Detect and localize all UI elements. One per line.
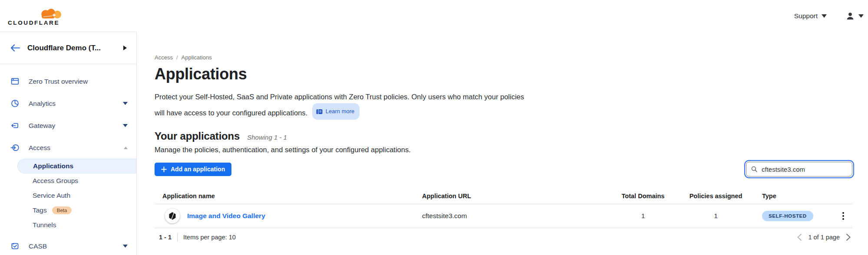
chevron-up-icon: [124, 147, 128, 149]
sidebar-account-header: Cloudflare Demo (T...: [0, 32, 136, 64]
search-box: [746, 162, 852, 177]
support-label: Support: [794, 12, 818, 20]
sidebar-item-access[interactable]: Access: [0, 137, 136, 159]
next-page-button[interactable]: [846, 234, 851, 241]
sidebar-item-label: Tags: [33, 206, 47, 214]
chevron-down-icon: [822, 14, 827, 18]
sidebar-item-tags[interactable]: Tags Beta: [0, 203, 136, 218]
casb-check-icon: [10, 242, 20, 251]
sidebar-item-label: Access Groups: [33, 177, 78, 185]
sidebar-item-zero-trust-overview[interactable]: Zero Trust overview: [0, 70, 136, 92]
add-application-label: Add an application: [171, 166, 225, 173]
back-arrow-icon[interactable]: [10, 44, 20, 52]
gateway-icon: [10, 121, 20, 130]
kebab-menu-icon[interactable]: [841, 210, 846, 222]
pagination-left: 1 - 1 Items per page: 10: [159, 233, 236, 242]
window-icon: [10, 77, 20, 86]
top-bar-right: Support: [794, 12, 865, 20]
page-description: Protect your Self-Hosted, SaaS and Priva…: [155, 90, 531, 120]
breadcrumb-applications[interactable]: Applications: [182, 54, 212, 61]
pagination-bar: 1 - 1 Items per page: 10 1 of 1 page: [155, 228, 852, 242]
sidebar-item-label: Gateway: [29, 122, 55, 130]
sidebar-item-label: Service Auth: [33, 192, 70, 199]
login-arrow-icon: [10, 143, 20, 152]
learn-more-label: Learn more: [326, 105, 354, 118]
cloudflare-cloud-icon: [36, 6, 63, 19]
pagination-divider: [177, 233, 178, 242]
sidebar-item-applications[interactable]: Applications: [17, 159, 136, 173]
sidebar-item-label: Zero Trust overview: [29, 78, 88, 85]
cloudflare-logo[interactable]: CLOUDFLARE: [8, 6, 63, 26]
top-bar: CLOUDFLARE Support: [0, 0, 868, 32]
column-header-type: Type: [756, 193, 834, 199]
previous-page-button[interactable]: [797, 234, 802, 241]
total-domains-cell: 1: [611, 212, 676, 220]
sidebar: Cloudflare Demo (T... Zero Trust overvie…: [0, 32, 137, 255]
sidebar-item-service-auth[interactable]: Service Auth: [0, 188, 136, 203]
column-header-application-name: Application name: [155, 193, 419, 199]
chevron-left-icon: [797, 234, 802, 241]
table-row: Image and Video Gallery cftestsite3.com …: [155, 204, 852, 228]
add-application-button[interactable]: Add an application: [155, 163, 231, 176]
chevron-down-icon: [123, 124, 128, 127]
sidebar-nav: Zero Trust overview Analytics Gateway: [0, 64, 136, 255]
sidebar-item-casb[interactable]: CASB: [0, 235, 136, 255]
breadcrumb: Access/Applications: [155, 54, 852, 61]
page-info: 1 of 1 page: [808, 234, 840, 241]
beta-badge: Beta: [52, 206, 72, 214]
section-title: Your applications: [155, 130, 240, 142]
row-actions-cell: [834, 210, 852, 222]
self-hosted-badge: SELF-HOSTED: [762, 211, 813, 221]
account-name: Cloudflare Demo (T...: [27, 44, 123, 52]
chevron-right-icon: [846, 234, 851, 241]
sidebar-item-label: Applications: [33, 162, 73, 170]
cube-icon: [168, 212, 177, 220]
policies-assigned-cell: 1: [676, 212, 756, 220]
app-shell: Cloudflare Demo (T... Zero Trust overvie…: [0, 32, 868, 255]
chevron-down-icon: [123, 102, 128, 105]
chevron-down-icon: [123, 245, 128, 248]
column-header-total-domains: Total Domains: [611, 193, 676, 199]
table-header-row: Application name Application URL Total D…: [155, 187, 852, 204]
sidebar-item-tunnels[interactable]: Tunnels: [0, 218, 136, 232]
items-per-page-label: Items per page: 10: [183, 234, 236, 241]
book-icon: [316, 109, 323, 114]
applications-table: Application name Application URL Total D…: [155, 187, 852, 242]
section-subtitle: Manage the policies, authentication, and…: [155, 144, 852, 155]
type-cell: SELF-HOSTED: [756, 211, 834, 221]
pie-chart-icon: [10, 99, 20, 108]
application-url-cell: cftestsite3.com: [419, 212, 611, 220]
breadcrumb-access[interactable]: Access: [155, 54, 173, 61]
main-content: Access/Applications Applications Protect…: [137, 32, 868, 255]
brand-wordmark: CLOUDFLARE: [8, 20, 59, 26]
sidebar-item-analytics[interactable]: Analytics: [0, 92, 136, 114]
section-header: Your applications Showing 1 - 1: [155, 130, 852, 143]
user-avatar-icon: [846, 12, 855, 20]
chevron-down-icon: [858, 14, 864, 18]
sidebar-item-label: Access: [29, 144, 50, 152]
sidebar-item-label: Tunnels: [33, 221, 56, 229]
chevron-right-icon: [123, 46, 127, 50]
application-avatar: [165, 209, 180, 223]
column-header-policies-assigned: Policies assigned: [676, 193, 756, 199]
page-title: Applications: [155, 65, 852, 83]
sidebar-item-access-groups[interactable]: Access Groups: [0, 173, 136, 188]
sidebar-collapse-toggle[interactable]: [123, 46, 127, 50]
plus-icon: [161, 167, 167, 172]
zero-trust-dashboard: CLOUDFLARE Support Cloudflare Demo (T...: [0, 0, 868, 255]
pagination-range: 1 - 1: [159, 234, 172, 241]
showing-count: Showing 1 - 1: [247, 134, 287, 141]
column-header-application-url: Application URL: [419, 193, 611, 199]
support-menu[interactable]: Support: [794, 12, 827, 20]
application-name-link[interactable]: Image and Video Gallery: [187, 212, 265, 220]
sidebar-item-gateway[interactable]: Gateway: [0, 114, 136, 137]
application-name-cell: Image and Video Gallery: [155, 209, 419, 223]
toolbar: Add an application: [155, 161, 852, 177]
sidebar-item-label: Analytics: [29, 100, 56, 108]
sidebar-item-label: CASB: [29, 242, 47, 250]
learn-more-badge[interactable]: Learn more: [312, 103, 360, 120]
search-input[interactable]: [746, 162, 852, 177]
pagination-right: 1 of 1 page: [797, 234, 851, 241]
breadcrumb-separator: /: [176, 54, 178, 61]
user-menu[interactable]: [846, 12, 865, 20]
